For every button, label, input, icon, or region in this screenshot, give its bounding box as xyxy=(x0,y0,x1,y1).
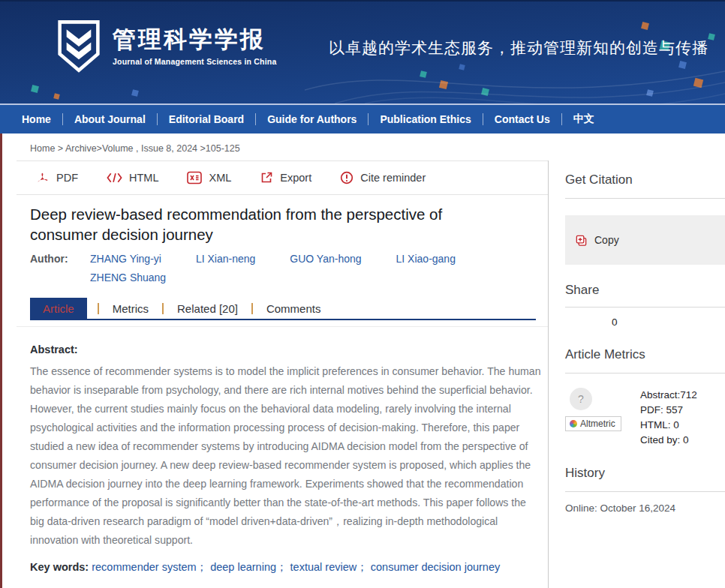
nav-item-home[interactable]: Home xyxy=(11,113,62,125)
html-button[interactable]: HTML xyxy=(107,172,158,184)
journal-logo-block[interactable]: 管理科学学报 Journal of Management Sciences in… xyxy=(57,20,276,74)
breadcrumb[interactable]: Home > Archive>Volume , Issue 8, 2024 >1… xyxy=(2,134,725,160)
share-title: Share xyxy=(565,283,725,298)
nav-item-editorial-board[interactable]: Editorial Board xyxy=(158,113,255,125)
nav-item-chinese[interactable]: 中文 xyxy=(562,112,606,126)
sidebar-divider xyxy=(565,307,725,308)
nav-item-guide-for-authors[interactable]: Guide for Authors xyxy=(256,113,368,125)
article-tabs: Article Metrics Related [20] Comments xyxy=(30,298,536,320)
keyword-link[interactable]: consumer decision journey xyxy=(371,561,500,573)
journal-slogan: 以卓越的学术生态服务，推动管理新知的创造与传播 xyxy=(329,38,708,58)
xml-label: XML xyxy=(209,172,231,184)
nav-item-publication-ethics[interactable]: Publication Ethics xyxy=(369,113,482,125)
altmetric-badge[interactable]: ? Altmetric xyxy=(565,388,630,448)
section-divider xyxy=(17,326,548,327)
pdf-icon xyxy=(36,171,50,184)
xml-file-icon xyxy=(187,171,202,184)
metrics-list: Abstract:712 PDF: 557 HTML: 0 Cited by: … xyxy=(640,388,697,448)
article-title: Deep review-based recommendation from th… xyxy=(30,204,489,244)
author-link[interactable]: LI Xiao-gang xyxy=(396,253,456,265)
abstract-text: The essence of recommender systems is to… xyxy=(30,362,542,550)
author-row: Author: ZHANG Ying-yi LI Xian-neng GUO Y… xyxy=(30,253,536,284)
altmetric-label-text: Altmetric xyxy=(580,418,615,429)
keyword-separator: ； xyxy=(276,561,287,573)
altmetric-label: Altmetric xyxy=(565,416,621,431)
altmetric-donut-icon: ? xyxy=(570,388,592,410)
altmetric-question-mark: ? xyxy=(578,393,584,405)
tab-article[interactable]: Article xyxy=(30,298,87,320)
pdf-label: PDF xyxy=(56,172,78,184)
keyword-link[interactable]: textual review xyxy=(290,561,357,573)
html-label: HTML xyxy=(129,172,158,184)
metrics-row: ? Altmetric Abstract:712 PDF: 557 HTML: … xyxy=(565,388,725,448)
copy-citation-button[interactable]: Copy xyxy=(565,215,725,265)
cite-reminder-button[interactable]: Cite reminder xyxy=(340,171,426,184)
cite-reminder-label: Cite reminder xyxy=(360,172,426,184)
author-link[interactable]: LI Xian-neng xyxy=(196,253,255,265)
sidebar: Get Citation Copy Share 0 Article Metric… xyxy=(549,160,725,588)
copy-label: Copy xyxy=(594,234,619,246)
keyword-separator: ； xyxy=(356,561,368,573)
pdf-button[interactable]: PDF xyxy=(36,171,78,184)
metric-abstract-views: Abstract:712 xyxy=(640,388,697,403)
keyword-link[interactable]: deep learning xyxy=(210,561,276,573)
export-label: Export xyxy=(280,172,311,184)
xml-button[interactable]: XML xyxy=(187,171,231,184)
sidebar-divider xyxy=(565,198,725,199)
article-main-column: PDF HTML xyxy=(2,160,549,588)
keywords-row: Key words: recommender system； deep lear… xyxy=(30,560,536,574)
nav-item-about-journal[interactable]: About Journal xyxy=(63,113,157,125)
tab-metrics[interactable]: Metrics xyxy=(99,302,162,315)
page: 管理科学学报 Journal of Management Sciences in… xyxy=(0,0,725,588)
metric-cited-by: Cited by: 0 xyxy=(640,433,697,448)
journal-name-zh: 管理科学学报 xyxy=(113,27,276,52)
export-button[interactable]: Export xyxy=(260,171,311,184)
article-toolbar: PDF HTML xyxy=(17,160,548,195)
author-label: Author: xyxy=(30,253,90,284)
deco-square xyxy=(31,85,39,93)
journal-shield-logo-icon xyxy=(57,20,101,74)
abstract-label: Abstract: xyxy=(30,344,536,356)
author-link[interactable]: ZHENG Shuang xyxy=(90,272,166,284)
deco-square xyxy=(131,89,139,97)
copy-icon xyxy=(575,234,588,247)
altmetric-color-dot-icon xyxy=(570,420,577,428)
nav-item-contact-us[interactable]: Contact Us xyxy=(483,113,561,125)
sidebar-divider xyxy=(565,373,725,374)
author-link[interactable]: GUO Yan-hong xyxy=(290,253,361,265)
alert-circle-icon xyxy=(340,171,353,184)
metric-html-views: HTML: 0 xyxy=(640,418,697,433)
keywords-label: Key words: xyxy=(30,561,89,573)
sidebar-divider xyxy=(565,491,725,492)
header-banner: 管理科学学报 Journal of Management Sciences in… xyxy=(0,0,725,104)
keyword-separator: ； xyxy=(197,561,208,573)
html-code-icon xyxy=(107,172,122,184)
metric-pdf-downloads: PDF: 557 xyxy=(640,403,697,418)
content-area: Home > Archive>Volume , Issue 8, 2024 >1… xyxy=(0,134,725,588)
get-citation-title: Get Citation xyxy=(565,172,725,188)
export-icon xyxy=(260,171,273,184)
tab-comments[interactable]: Comments xyxy=(253,302,335,315)
online-date: Online: October 16,2024 xyxy=(565,502,725,514)
history-title: History xyxy=(565,466,725,481)
article-metrics-title: Article Metrics xyxy=(565,347,725,362)
author-link[interactable]: ZHANG Ying-yi xyxy=(90,253,161,265)
keyword-link[interactable]: recommender system xyxy=(92,561,196,573)
main-nav: Home About Journal Editorial Board Guide… xyxy=(0,104,725,134)
deco-square xyxy=(53,93,59,99)
journal-name-en: Journal of Management Sciences in China xyxy=(113,57,276,66)
tab-related[interactable]: Related [20] xyxy=(164,302,251,315)
share-count: 0 xyxy=(612,316,725,328)
